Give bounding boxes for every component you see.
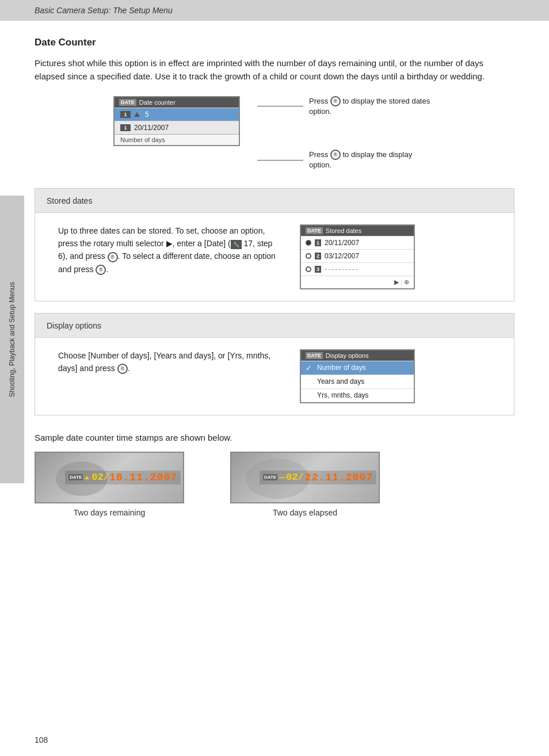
ok-btn-4: ® (96, 265, 106, 275)
ok-btn-2: ® (330, 150, 341, 160)
sample-triangle-1 (85, 476, 89, 479)
sample-num-2b: 02/ (286, 472, 304, 483)
row2-date: 20/11/2007 (134, 124, 169, 132)
intro-text: Pictures shot while this option is in ef… (35, 56, 495, 83)
checkmark-2 (306, 377, 314, 386)
sample-item-1: DATE 02/ 18.11.2007 Two days remaining (35, 452, 184, 517)
screen-title-bar: DATE Date counter (115, 97, 239, 108)
stored-dates-date-icon: DATE (306, 227, 323, 234)
sample-intro: Sample date counter time stamps are show… (35, 433, 514, 442)
stored-dates-row-1: 1 20/11/2007 (301, 236, 414, 249)
ok-btn-3: ® (108, 252, 118, 262)
sample-date-1: 18.11.2007 (109, 472, 177, 483)
display-opt-2-label: Years and days (317, 377, 364, 385)
screen-title-text: Date counter (139, 99, 176, 106)
display-option-1: ✓ Number of days (301, 361, 414, 375)
sample-image-2: DATE — 02/ 22.11.2007 (230, 452, 380, 503)
display-options-header: Display options (35, 313, 514, 338)
sample-caption-2: Two days elapsed (273, 508, 337, 517)
display-opts-date-icon: DATE (306, 352, 323, 359)
stored-dates-row-3: 3 ---------- (301, 262, 414, 276)
display-options-screen: DATE Display options ✓ Number of days Ye… (300, 349, 415, 403)
header-bar: Basic Camera Setup: The Setup Menu (0, 0, 549, 21)
callout-1-text: Press ® to display the stored dates opti… (309, 96, 436, 117)
samples-row: DATE 02/ 18.11.2007 Two days remaining (35, 452, 514, 517)
display-option-3: Yrs, mnths, days (301, 388, 414, 402)
row2-icon: 1 (120, 124, 131, 131)
triangle-icon (134, 112, 140, 117)
stored-dates-screen-label: Stored dates (326, 227, 361, 234)
date-badge-3: 3 (315, 266, 321, 273)
stored-dates-title: Stored dates (47, 196, 92, 205)
stored-dates-screen-title: DATE Stored dates (301, 226, 414, 236)
stored-dates-row-2: 2 03/12/2007 (301, 249, 414, 262)
page-number: 108 (35, 735, 48, 744)
display-option-2: Years and days (301, 375, 414, 388)
date-badge-2: 2 (315, 253, 321, 259)
stored-dates-header: Stored dates (35, 188, 514, 213)
radio-3 (306, 266, 311, 272)
stored-date-2: 03/12/2007 (325, 252, 359, 260)
diagram-area: DATE Date counter 1 5 1 20/11/2007 Numbe… (35, 96, 514, 171)
callout-1-line (257, 106, 303, 106)
callout-2-text: Press ® to display the display option. (309, 150, 436, 171)
section-heading: Date Counter (35, 37, 514, 48)
stored-dates-content: Up to three dates can be stored. To set,… (35, 213, 514, 301)
sample-image-1: DATE 02/ 18.11.2007 (35, 452, 184, 503)
display-options-title: Display options (47, 321, 101, 330)
row1-number: 5 (145, 110, 149, 119)
sample-overlay-1: DATE 02/ 18.11.2007 (65, 471, 181, 484)
callout-2-line (257, 160, 303, 161)
date-badge-1: 1 (315, 239, 321, 246)
header-title: Basic Camera Setup: The Setup Menu (35, 6, 173, 15)
display-options-content: Choose [Number of days], [Years and days… (35, 338, 514, 415)
ok-btn-1: ® (330, 96, 341, 106)
stored-dates-footer: ▶ : ⊕ (301, 276, 414, 288)
sample-item-2: DATE — 02/ 22.11.2007 Two days elapsed (230, 452, 380, 517)
ok-btn-5: ® (117, 364, 128, 374)
callout-2: Press ® to display the display option. (257, 150, 436, 171)
radio-2 (306, 253, 311, 259)
screen-row-2: 1 20/11/2007 (115, 121, 239, 134)
sample-num-1: 02/ (92, 472, 109, 483)
checkmark-1: ✓ (306, 364, 314, 372)
radio-1 (306, 240, 311, 246)
date-icon: DATE (119, 99, 136, 106)
row1-icon: 1 (120, 111, 131, 118)
display-options-text: Choose [Number of days], [Years and days… (58, 349, 277, 403)
stored-dates-text: Up to three dates can be stored. To set,… (58, 224, 277, 289)
screen-row-1: 1 5 (115, 108, 239, 121)
stored-date-1: 20/11/2007 (325, 239, 359, 247)
callout-1: Press ® to display the stored dates opti… (257, 96, 436, 117)
stored-dates-screen: DATE Stored dates 1 20/11/2007 2 03/12/2… (300, 224, 415, 289)
sample-caption-1: Two days remaining (74, 508, 146, 517)
display-opts-screen-label: Display options (326, 352, 369, 359)
sample-date-icon-2: DATE (263, 474, 277, 480)
sample-area: Sample date counter time stamps are show… (35, 433, 514, 517)
display-opts-screen-title: DATE Display options (301, 350, 414, 361)
checkmark-3 (306, 391, 314, 400)
sample-overlay-2: DATE — 02/ 22.11.2007 (260, 471, 376, 484)
date-counter-screen: DATE Date counter 1 5 1 20/11/2007 Numbe… (113, 96, 240, 146)
sample-num-2: — (279, 472, 285, 483)
ref-icon-1: 🔧 (231, 240, 242, 249)
display-opt-1-label: Number of days (317, 364, 366, 372)
number-of-days-label: Number of days (115, 134, 239, 145)
main-content: Date Counter Pictures shot while this op… (0, 21, 549, 540)
stored-date-3: ---------- (325, 265, 359, 273)
display-opt-3-label: Yrs, mnths, days (317, 391, 368, 399)
sample-date-2: 22.11.2007 (305, 472, 373, 483)
callout-container: Press ® to display the stored dates opti… (251, 96, 436, 171)
sample-date-icon-1: DATE (68, 474, 83, 480)
